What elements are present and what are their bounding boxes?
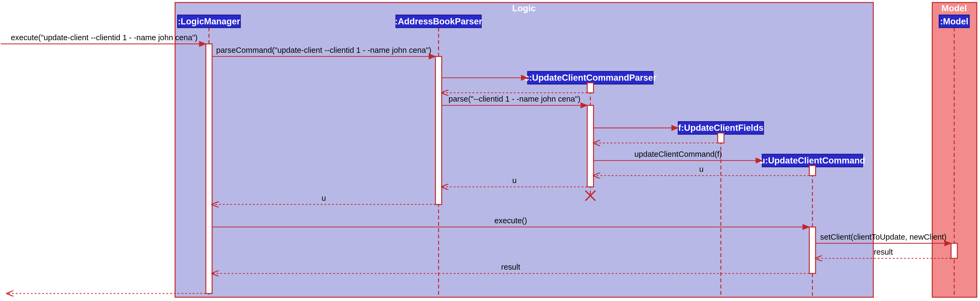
- svg-text:c:UpdateClientCommandParser: c:UpdateClientCommandParser: [524, 73, 656, 83]
- svg-text:u: u: [699, 165, 703, 174]
- svg-text:execute(): execute(): [495, 216, 527, 225]
- svg-text::AddressBookParser: :AddressBookParser: [395, 16, 482, 26]
- svg-text:u:UpdateClientCommand: u:UpdateClientCommand: [760, 156, 865, 166]
- logic-box-title: Logic: [512, 3, 535, 13]
- activation-parser-1: [587, 83, 593, 93]
- svg-text:parseCommand("update-client --: parseCommand("update-client --clientid 1…: [216, 46, 431, 54]
- activation-command-1: [809, 166, 815, 175]
- activation-parser-2: [587, 105, 593, 187]
- svg-text::LogicManager: :LogicManager: [178, 16, 240, 26]
- activation-command-2: [809, 227, 815, 273]
- activation-fields: [718, 133, 724, 143]
- svg-text:u: u: [512, 176, 517, 185]
- activation-logicmanager: [206, 44, 212, 293]
- svg-text:f:UpdateClientFields: f:UpdateClientFields: [678, 123, 764, 133]
- svg-text:result: result: [501, 263, 520, 271]
- svg-text:updateClientCommand(f): updateClientCommand(f): [635, 150, 722, 158]
- svg-text:setClient(clientToUpdate, newC: setClient(clientToUpdate, newClient): [820, 233, 947, 241]
- model-box-title: Model: [942, 3, 967, 13]
- activation-model: [951, 244, 957, 258]
- svg-text:u: u: [321, 194, 326, 202]
- activation-addressbookparser: [436, 57, 442, 204]
- sequence-diagram: Logic Model :LogicManager :AddressBookPa…: [0, 0, 980, 301]
- svg-text:parse("--clientid 1 - -name jo: parse("--clientid 1 - -name john cena"): [449, 95, 581, 103]
- svg-text:execute("update-client --clien: execute("update-client --clientid 1 - -n…: [11, 33, 197, 42]
- svg-text:result: result: [874, 248, 893, 256]
- svg-text::Model: :Model: [940, 16, 969, 26]
